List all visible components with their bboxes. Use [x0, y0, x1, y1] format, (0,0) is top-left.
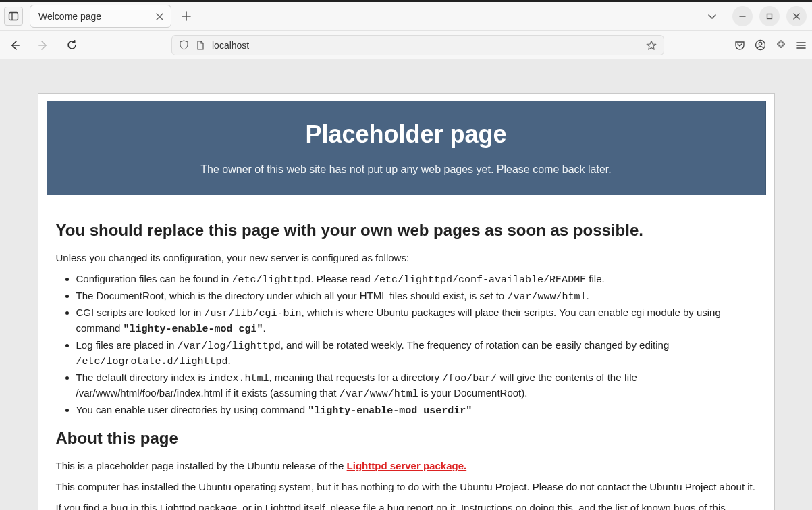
- star-icon: [646, 40, 657, 51]
- panel-icon: [8, 11, 19, 22]
- reload-button[interactable]: [62, 36, 81, 55]
- arrow-left-icon: [9, 39, 21, 51]
- address-bar: localhost: [0, 31, 812, 59]
- banner-title: Placeholder page: [61, 120, 752, 149]
- close-icon: [156, 13, 163, 20]
- app-menu-button[interactable]: [796, 40, 807, 51]
- list-item: The DocumentRoot, which is the directory…: [76, 288, 757, 304]
- about-paragraph: This computer has installed the Ubuntu o…: [56, 480, 757, 494]
- window-close-button[interactable]: [786, 6, 807, 26]
- maximize-icon: [765, 12, 774, 20]
- tab-title: Welcome page: [38, 11, 101, 22]
- intro-paragraph: Unless you changed its configuration, yo…: [56, 251, 757, 265]
- shield-icon: [179, 40, 189, 50]
- minimize-icon: [738, 12, 747, 20]
- account-icon: [755, 39, 766, 51]
- list-item: CGI scripts are looked for in /usr/lib/c…: [76, 305, 757, 336]
- chevron-down-icon: [707, 11, 717, 21]
- section-heading: You should replace this page with your o…: [56, 221, 757, 240]
- back-button[interactable]: [5, 36, 24, 55]
- window-maximize-button[interactable]: [759, 6, 780, 26]
- content: You should replace this page with your o…: [47, 195, 766, 510]
- forward-button[interactable]: [34, 36, 53, 55]
- tab-close-button[interactable]: [153, 10, 165, 22]
- pocket-icon: [734, 40, 745, 51]
- new-tab-button[interactable]: [177, 7, 196, 26]
- url-text: localhost: [212, 40, 639, 51]
- page-icon: [196, 41, 205, 50]
- list-item: You can enable user directories by using…: [76, 403, 757, 418]
- about-paragraph: If you find a bug in this Lighttpd packa…: [56, 501, 757, 510]
- tabs-dropdown-button[interactable]: [703, 7, 722, 26]
- svg-rect-0: [9, 13, 18, 20]
- extensions-icon: [776, 40, 786, 51]
- banner: Placeholder page The owner of this web s…: [47, 101, 766, 195]
- page-body: Placeholder page The owner of this web s…: [38, 93, 775, 510]
- plus-icon: [182, 11, 191, 21]
- svg-point-14: [759, 42, 762, 45]
- about-paragraph: This is a placeholder page installed by …: [56, 459, 757, 473]
- bookmark-button[interactable]: [646, 40, 657, 51]
- close-icon: [792, 12, 801, 20]
- arrow-right-icon: [37, 39, 49, 51]
- url-bar[interactable]: localhost: [171, 35, 664, 55]
- extensions-button[interactable]: [776, 40, 786, 51]
- hamburger-icon: [796, 40, 807, 51]
- svg-marker-12: [647, 41, 656, 49]
- config-list: Configuration files can be found in /etc…: [76, 272, 757, 418]
- list-item: The default directory index is index.htm…: [76, 370, 757, 401]
- browser-tab[interactable]: Welcome page: [30, 5, 171, 28]
- section-heading: About this page: [56, 429, 757, 448]
- reload-icon: [66, 39, 78, 51]
- account-button[interactable]: [755, 39, 766, 51]
- firefox-view-button[interactable]: [4, 7, 23, 26]
- page-viewport[interactable]: Placeholder page The owner of this web s…: [0, 59, 812, 510]
- svg-rect-7: [767, 14, 772, 19]
- window-minimize-button[interactable]: [732, 6, 753, 26]
- list-item: Log files are placed in /var/log/lighttp…: [76, 338, 757, 369]
- banner-subtitle: The owner of this web site has not put u…: [61, 163, 752, 176]
- titlebar: Welcome page: [0, 0, 812, 31]
- pocket-button[interactable]: [734, 40, 745, 51]
- lighttpd-link[interactable]: Lighttpd server package.: [347, 460, 467, 471]
- list-item: Configuration files can be found in /etc…: [76, 272, 757, 287]
